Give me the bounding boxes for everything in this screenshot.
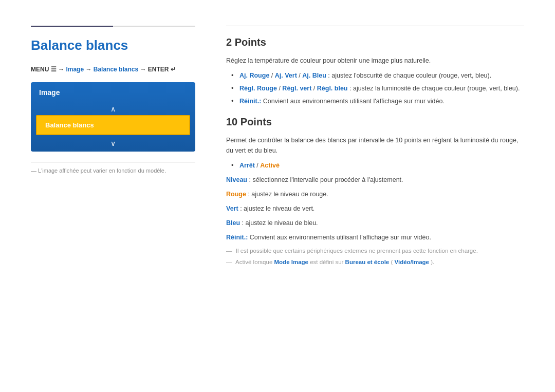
note2-mid: est défini sur	[310, 259, 345, 265]
section2-title: 10 Points	[226, 116, 524, 128]
menu-box: Image ∧ Balance blancs ∨	[31, 82, 195, 152]
bullet1-aj-rouge: Aj. Rouge	[239, 72, 269, 79]
bullet3-reinit: Réinit.:	[239, 98, 261, 105]
niveau-line: Niveau : sélectionnez l'intervalle pour …	[226, 175, 524, 185]
note1-text: Il est possible que certains périphériqu…	[236, 248, 478, 254]
note2-video: Vidéo/Image	[394, 259, 429, 265]
top-border-left	[31, 26, 195, 27]
section1-desc: Réglez la température de couleur pour ob…	[226, 55, 524, 66]
left-panel: Balance blancs MENU ☰ → Image → Balance …	[31, 26, 195, 270]
footnote-text: L'image affichée peut varier en fonction…	[38, 167, 166, 174]
bullet1-aj-vert: Aj. Vert	[275, 72, 297, 79]
nav-arrow-1: →	[58, 66, 64, 73]
vert-line: Vert : ajustez le niveau de vert.	[226, 203, 524, 214]
bullet2-suffix: : ajustez la luminosité de chaque couleu…	[349, 85, 520, 92]
section2-bullets: Arrêt / Activé	[226, 161, 524, 171]
top-border-right	[226, 26, 524, 26]
niveau-text: : sélectionnez l'intervalle pour procéde…	[249, 176, 403, 183]
bullet-2: Régl. Rouge / Régl. vert / Régl. bleu : …	[231, 84, 524, 94]
nav-balance[interactable]: Balance blancs	[94, 66, 138, 73]
vert-text: : ajustez le niveau de vert.	[240, 205, 314, 212]
note2-dash: ―	[226, 258, 232, 267]
right-panel: 2 Points Réglez la température de couleu…	[216, 26, 524, 270]
note2: ― Activé lorsque Mode Image est défini s…	[226, 258, 524, 267]
rouge-label: Rouge	[226, 191, 246, 198]
bullet-arret: Arrêt	[239, 162, 255, 169]
bullet-3: Réinit.: Convient aux environnements uti…	[231, 97, 524, 106]
bullet2-regl-vert: Régl. vert	[282, 85, 311, 92]
vert-label: Vert	[226, 205, 238, 212]
bullet-active: Activé	[260, 162, 280, 169]
bullet-arret-active: Arrêt / Activé	[231, 161, 524, 171]
bullet-1: Aj. Rouge / Aj. Vert / Aj. Bleu : ajuste…	[231, 71, 524, 81]
note2-mode: Mode Image	[274, 259, 308, 265]
footnote-dash: ―	[31, 167, 38, 174]
reinit-label: Réinit.:	[226, 234, 248, 241]
bullet3-suffix: Convient aux environnements utilisant l'…	[263, 98, 445, 105]
nav-image[interactable]: Image	[66, 66, 84, 73]
enter-icon: ↵	[171, 66, 176, 73]
menu-up-arrow[interactable]: ∧	[31, 103, 195, 115]
note1-dash: ―	[226, 247, 232, 255]
note2-prefix: Activé lorsque	[235, 259, 274, 265]
nav-arrow-3: →	[140, 66, 146, 73]
reinit-line: Réinit.: Convient aux environnements uti…	[226, 232, 524, 242]
bullet1-suffix: : ajustez l'obscurité de chaque couleur …	[328, 72, 491, 79]
divider	[31, 162, 195, 162]
bullet2-sep2: /	[313, 85, 317, 92]
note1: ― Il est possible que certains périphéri…	[226, 247, 524, 255]
bleu-text: : ajustez le niveau de bleu.	[242, 219, 318, 227]
menu-down-arrow[interactable]: ∨	[31, 135, 195, 152]
section1-bullets: Aj. Rouge / Aj. Vert / Aj. Bleu : ajuste…	[226, 71, 524, 106]
bullet1-aj-bleu: Aj. Bleu	[302, 72, 326, 79]
reinit-text: Convient aux environnements utilisant l'…	[250, 234, 431, 241]
rouge-line: Rouge : ajustez le niveau de rouge.	[226, 189, 524, 199]
rouge-text: : ajustez le niveau de rouge.	[248, 191, 328, 198]
menu-icon: ☰	[51, 66, 58, 73]
nav-enter: ENTER	[148, 66, 169, 73]
page-title: Balance blancs	[31, 38, 195, 53]
section1-title: 2 Points	[226, 36, 524, 48]
bullet2-regl-rouge: Régl. Rouge	[239, 85, 277, 92]
note2-bureau: Bureau et école	[345, 259, 390, 265]
footnote: ― L'image affichée peut varier en foncti…	[31, 167, 195, 174]
bullet1-sep1: /	[271, 72, 275, 79]
menu-selected-balance[interactable]: Balance blancs	[36, 115, 190, 135]
note2-paren-open: (	[391, 259, 393, 265]
nav-arrow-2: →	[85, 66, 91, 73]
menu-header: Image	[31, 82, 195, 103]
bleu-line: Bleu : ajustez le niveau de bleu.	[226, 218, 524, 228]
bullet2-regl-bleu: Régl. bleu	[317, 85, 348, 92]
menu-nav: MENU ☰ → Image → Balance blancs → ENTER …	[31, 66, 195, 73]
section2-intro: Permet de contrôler la balance des blanc…	[226, 135, 524, 156]
menu-word: MENU	[31, 66, 49, 73]
bleu-label: Bleu	[226, 219, 240, 227]
niveau-label: Niveau	[226, 176, 247, 183]
note2-paren-close: ).	[431, 259, 434, 265]
